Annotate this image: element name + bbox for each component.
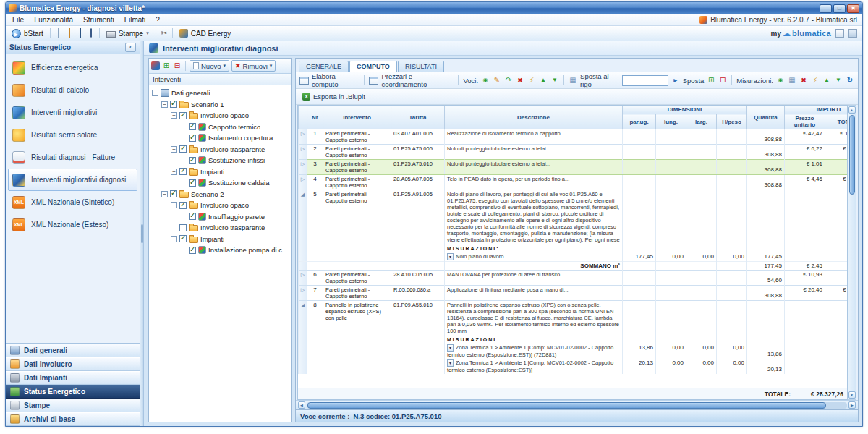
- tree-expander-icon[interactable]: −: [161, 101, 168, 108]
- cad-energy-button[interactable]: CAD Energy: [176, 28, 234, 38]
- tree-node-impianti[interactable]: −Impianti: [149, 166, 291, 178]
- row-collapsed-icon[interactable]: ▷: [299, 286, 307, 301]
- redo-icon[interactable]: ↷: [504, 77, 513, 84]
- col-header-intervento[interactable]: Intervento: [323, 106, 391, 129]
- tree-node-installazione-pompa-di-calore[interactable]: Installazione pompa di calore: [149, 244, 291, 256]
- combo-dropdown-icon[interactable]: ▾: [447, 344, 454, 352]
- nuovo-button[interactable]: Nuovo ▾: [190, 60, 229, 72]
- lightning-icon[interactable]: ⚡: [811, 77, 820, 84]
- tree-node-dati-generali[interactable]: −Dati generali: [149, 88, 291, 99]
- grid-row[interactable]: ▷6Pareti perimetrali - Cappotto esterno2…: [299, 271, 848, 286]
- col-header-hpeso[interactable]: H/peso: [717, 114, 747, 129]
- tree-checkbox[interactable]: [179, 112, 187, 119]
- horizontal-scroll-thumb[interactable]: [307, 402, 826, 409]
- stack-item-dati-generali[interactable]: Dati generali: [6, 344, 140, 357]
- col-header-descrizione[interactable]: Descrizione: [445, 106, 623, 129]
- row-collapsed-icon[interactable]: ▷: [299, 160, 307, 175]
- prezzari-button[interactable]: Prezzari e coordinamento: [381, 72, 454, 88]
- col-header-parug[interactable]: par.ug.: [623, 114, 656, 129]
- tree-checkbox[interactable]: [179, 168, 187, 175]
- sidebar-item-risultati-serra-solare[interactable]: Risultati serra solare: [8, 124, 137, 146]
- row-collapsed-icon[interactable]: ▷: [299, 175, 307, 190]
- tree-expander-icon[interactable]: −: [171, 236, 177, 242]
- tree-expander-icon[interactable]: −: [171, 202, 177, 208]
- pin-icon[interactable]: ◉: [481, 77, 490, 83]
- col-header-quantita[interactable]: Quantità: [747, 106, 785, 129]
- tree-expander-icon[interactable]: −: [171, 146, 177, 153]
- collapse-all-icon[interactable]: ⊟: [173, 62, 182, 69]
- close-button[interactable]: ✖: [847, 4, 859, 13]
- stampe-button[interactable]: Stampe ▾: [103, 29, 152, 38]
- scroll-left-icon[interactable]: ◀: [298, 401, 305, 409]
- up-icon[interactable]: ▲: [822, 77, 831, 83]
- row-collapsed-icon[interactable]: ▷: [299, 129, 307, 145]
- tree-node-isolamento-copertura[interactable]: Isolamento copertura: [149, 132, 291, 144]
- tree-node-cappotto-termico[interactable]: Cappotto termico: [149, 122, 291, 133]
- remove-icon[interactable]: ⊟: [718, 77, 727, 84]
- menu-filmati[interactable]: Filmati: [119, 15, 150, 25]
- tree-checkbox[interactable]: [189, 135, 196, 142]
- tree-node-involucro-opaco[interactable]: −Involucro opaco: [149, 110, 291, 122]
- tree-node-sostituzione-infissi[interactable]: Sostituzione infissi: [149, 155, 291, 166]
- expand-all-icon[interactable]: ⊞: [162, 62, 171, 69]
- tree-checkbox[interactable]: [189, 213, 196, 220]
- tree-node-scenario-2[interactable]: −Scenario 2: [149, 189, 291, 200]
- tab-generale[interactable]: GENERALE: [299, 61, 349, 72]
- col-header-larg[interactable]: larg.: [686, 114, 717, 129]
- tree-checkbox[interactable]: [170, 190, 177, 197]
- calendar-icon[interactable]: [835, 29, 844, 38]
- tab-risultati[interactable]: RISULTATI: [398, 61, 444, 72]
- tree-node-insufflaggio-parete[interactable]: Insufflaggio parete: [149, 211, 291, 223]
- sidebar-item-efficienza-energetica[interactable]: Efficienza energetica: [8, 56, 137, 79]
- grid-row[interactable]: ◢8Pannello in polistirene espanso estrus…: [299, 301, 848, 344]
- grid-row[interactable]: ▷4Pareti perimetrali - Cappotto esterno2…: [299, 175, 848, 190]
- delete-icon[interactable]: ✖: [799, 77, 808, 84]
- combo-dropdown-icon[interactable]: ▾: [447, 253, 454, 260]
- tree-checkbox[interactable]: [189, 179, 196, 187]
- scroll-right-icon[interactable]: ▶: [848, 401, 856, 409]
- tree-expander-icon[interactable]: −: [152, 90, 158, 96]
- horizontal-scrollbar[interactable]: ◀ ▶: [296, 400, 858, 409]
- sidebar-item-xml-nazionale-esteso[interactable]: XMLXML Nazionale (Esteso): [8, 213, 137, 236]
- stack-item-stampe[interactable]: Stampe: [6, 399, 140, 412]
- tree-node-involucro-opaco[interactable]: −Involucro opaco: [149, 200, 291, 211]
- sidebar-item-interventi-migliorativi[interactable]: Interventi migliorativi: [8, 101, 137, 124]
- tree-checkbox[interactable]: [179, 235, 187, 242]
- tree-checkbox[interactable]: [179, 224, 187, 231]
- media-icon[interactable]: [90, 28, 92, 38]
- sidebar-item-interventi-migliorativi-diagnosi[interactable]: Interventi migliorativi diagnosi: [8, 169, 137, 191]
- tab-computo[interactable]: COMPUTO: [349, 61, 397, 72]
- tree-checkbox[interactable]: [179, 202, 187, 209]
- row-collapsed-icon[interactable]: ▷: [299, 271, 307, 286]
- menu-file[interactable]: File: [7, 15, 29, 25]
- up-icon[interactable]: ▲: [539, 77, 548, 83]
- horizontal-scroll-track[interactable]: [307, 402, 847, 409]
- scroll-down-icon[interactable]: ▼: [848, 391, 856, 399]
- sidebar-item-risultati-di-calcolo[interactable]: Risultati di calcolo: [8, 79, 137, 101]
- grid-row[interactable]: ▷7Pareti perimetrali - Cappotto esternoR…: [299, 286, 848, 301]
- col-header-lung[interactable]: lung.: [656, 114, 686, 129]
- scroll-up-icon[interactable]: ▲: [848, 106, 856, 114]
- elabora-computo-button[interactable]: Elabora computo: [312, 72, 359, 88]
- tree-checkbox[interactable]: [189, 123, 196, 130]
- pin-icon[interactable]: ◉: [776, 77, 785, 83]
- grid-row[interactable]: ▷3Pareti perimetrali - Cappotto esterno0…: [299, 160, 848, 175]
- cut-icon[interactable]: ✂: [160, 30, 169, 37]
- grid-icon[interactable]: ▦: [788, 77, 796, 84]
- row-expanded-icon[interactable]: ◢: [299, 190, 307, 253]
- misurazione-row[interactable]: ▾Nolo piano di lavoro177,450,000,000,001…: [299, 252, 848, 262]
- stack-item-status-energetico[interactable]: Status Energetico: [6, 385, 140, 399]
- sidebar-item-xml-nazionale-sintetico[interactable]: XMLXML Nazionale (Sintetico): [8, 191, 137, 213]
- bstart-button[interactable]: ▶ bStart: [9, 28, 46, 39]
- layout-icon[interactable]: [848, 29, 857, 38]
- tree-node-involucro-trasparente[interactable]: Involucro trasparente: [149, 222, 291, 234]
- stack-item-dati-involucro[interactable]: Dati Involucro: [6, 357, 140, 371]
- lightning-icon[interactable]: ⚡: [527, 77, 536, 84]
- misurazione-row[interactable]: ▾Zona Termica 1 > Ambiente 1 [Comp: MCV0…: [299, 359, 848, 374]
- tree-expander-icon[interactable]: −: [171, 169, 177, 175]
- stack-item-dati-impianti[interactable]: Dati Impianti: [6, 371, 140, 385]
- row-expanded-icon[interactable]: ◢: [299, 301, 307, 344]
- combo-dropdown-icon[interactable]: ▾: [447, 359, 454, 367]
- tree-node-impianti[interactable]: −Impianti: [149, 234, 291, 245]
- menu-strumenti[interactable]: Strumenti: [78, 15, 119, 25]
